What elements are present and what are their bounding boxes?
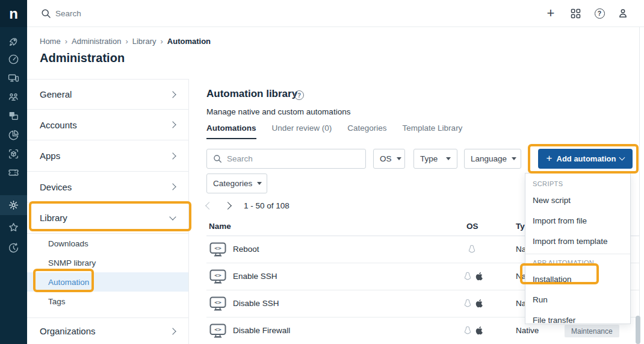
automation-name[interactable]: Disable Firewall bbox=[233, 326, 290, 335]
pagination-range: 1 - 50 of 108 bbox=[244, 201, 289, 210]
users-icon[interactable] bbox=[8, 91, 19, 102]
rocket-icon[interactable] bbox=[8, 36, 19, 47]
sidebar-item-apps[interactable]: Apps bbox=[27, 140, 188, 172]
tab-automations[interactable]: Automations bbox=[206, 124, 256, 139]
tab-under-review[interactable]: Under review (0) bbox=[272, 124, 332, 139]
plus-icon: + bbox=[546, 152, 553, 164]
categories-filter-dropdown[interactable]: Categories bbox=[206, 174, 267, 193]
star-icon[interactable] bbox=[8, 222, 19, 233]
menu-content-divider bbox=[188, 79, 189, 344]
menu-item-import-from-file[interactable]: Import from file bbox=[525, 210, 630, 231]
breadcrumb-automation: Automation bbox=[167, 37, 211, 46]
left-rail: n bbox=[0, 0, 27, 344]
previous-page-icon[interactable] bbox=[205, 202, 213, 210]
cube-icon[interactable] bbox=[8, 148, 19, 160]
categories-filter-label: Categories bbox=[213, 179, 252, 188]
gear-icon[interactable] bbox=[8, 199, 19, 211]
top-bar: + ? bbox=[27, 0, 644, 27]
menu-divider bbox=[525, 254, 630, 254]
svg-text:<>: <> bbox=[214, 245, 221, 251]
search-icon bbox=[213, 154, 222, 163]
sidebar-item-library[interactable]: Library bbox=[27, 202, 188, 234]
search-icon bbox=[41, 8, 51, 21]
automation-search-input[interactable] bbox=[227, 154, 359, 163]
sidebar-item-automation[interactable]: Automation bbox=[27, 272, 188, 292]
devices-icon[interactable] bbox=[8, 72, 19, 84]
caret-down-icon bbox=[257, 182, 262, 185]
script-icon: <> bbox=[209, 269, 226, 287]
automation-name[interactable]: Disable SSH bbox=[233, 299, 279, 308]
tab-categories[interactable]: Categories bbox=[347, 124, 386, 139]
help-icon[interactable]: ? bbox=[593, 7, 606, 20]
title-help-icon[interactable]: ? bbox=[294, 90, 304, 100]
type-filter-dropdown[interactable]: Type bbox=[413, 149, 457, 169]
sidebar-item-general[interactable]: General bbox=[27, 79, 188, 110]
content-subtitle: Manage native and custom automations bbox=[206, 107, 350, 116]
sidebar-item-snmp-library[interactable]: SNMP library bbox=[27, 253, 188, 272]
next-page-icon[interactable] bbox=[224, 202, 232, 210]
scrollbar-thumb[interactable] bbox=[636, 316, 640, 344]
apple-icon bbox=[475, 326, 483, 335]
sidebar-item-label: Library bbox=[40, 213, 67, 223]
content-title: Automation library bbox=[206, 88, 297, 100]
svg-text:<>: <> bbox=[214, 326, 221, 333]
gauge-icon[interactable] bbox=[8, 54, 19, 65]
sidebar-item-organizations[interactable]: Organizations bbox=[27, 317, 188, 344]
caret-down-icon bbox=[512, 157, 516, 160]
automation-name[interactable]: Reboot bbox=[233, 245, 259, 254]
apple-icon bbox=[475, 272, 483, 281]
ticket-icon[interactable] bbox=[8, 167, 19, 178]
svg-text:<>: <> bbox=[214, 299, 221, 305]
history-icon[interactable] bbox=[8, 242, 19, 254]
tab-template-library[interactable]: Template Library bbox=[403, 124, 463, 139]
menu-item-installation[interactable]: Installation bbox=[525, 269, 630, 289]
chevron-right-icon bbox=[169, 91, 176, 98]
windows-icon[interactable] bbox=[8, 110, 19, 122]
breadcrumb-separator: › bbox=[125, 37, 128, 46]
os-icons bbox=[464, 272, 483, 281]
column-header-os[interactable]: OS bbox=[466, 222, 478, 231]
sidebar-subitem-label: Downloads bbox=[48, 239, 88, 248]
linux-icon bbox=[464, 326, 471, 335]
linux-icon bbox=[464, 272, 471, 281]
sidebar-subitem-label: SNMP library bbox=[48, 258, 96, 267]
breadcrumb-separator: › bbox=[161, 37, 163, 46]
type-filter-label: Type bbox=[420, 154, 438, 163]
apps-grid-icon[interactable] bbox=[569, 7, 582, 20]
global-search-input[interactable] bbox=[55, 6, 308, 21]
breadcrumb-library[interactable]: Library bbox=[132, 37, 156, 46]
menu-item-run[interactable]: Run bbox=[525, 289, 630, 310]
caret-down-icon bbox=[397, 157, 401, 160]
breadcrumb-administration[interactable]: Administration bbox=[72, 37, 121, 46]
chevron-right-icon bbox=[169, 121, 176, 128]
breadcrumb-separator: › bbox=[65, 37, 67, 46]
chevron-right-icon bbox=[169, 183, 176, 190]
sidebar-item-devices[interactable]: Devices bbox=[27, 172, 188, 202]
menu-item-new-script[interactable]: New script bbox=[525, 190, 630, 210]
os-filter-dropdown[interactable]: OS bbox=[373, 149, 405, 169]
menu-item-import-from-template[interactable]: Import from template bbox=[525, 231, 630, 251]
column-header-name[interactable]: Name bbox=[209, 222, 231, 231]
language-filter-dropdown[interactable]: Language bbox=[464, 149, 521, 169]
sidebar-subitem-label: Automation bbox=[48, 278, 89, 287]
pie-chart-icon[interactable] bbox=[8, 130, 19, 141]
os-icons bbox=[464, 326, 483, 335]
tab-bar: Automations Under review (0) Categories … bbox=[206, 124, 462, 139]
sidebar-item-accounts[interactable]: Accounts bbox=[27, 110, 188, 140]
breadcrumb: Home›Administration›Library›Automation bbox=[40, 37, 211, 46]
sidebar-item-tags[interactable]: Tags bbox=[27, 292, 188, 311]
pagination: 1 - 50 of 108 bbox=[206, 199, 289, 211]
sidebar-item-downloads[interactable]: Downloads bbox=[27, 234, 188, 253]
breadcrumb-home[interactable]: Home bbox=[40, 37, 61, 46]
add-automation-button[interactable]: + Add automation bbox=[538, 149, 633, 169]
add-global-icon[interactable]: + bbox=[544, 7, 557, 20]
automation-search-box[interactable] bbox=[206, 149, 366, 169]
automation-name[interactable]: Enable SSH bbox=[233, 272, 277, 281]
sidebar-item-label: Apps bbox=[40, 151, 60, 161]
menu-section-app-automation: APP AUTOMATION bbox=[525, 255, 630, 269]
menu-section-scripts: SCRIPTS bbox=[525, 177, 630, 190]
user-profile-icon[interactable] bbox=[616, 7, 630, 20]
menu-item-file-transfer[interactable]: File transfer bbox=[525, 310, 630, 330]
script-icon: <> bbox=[209, 296, 226, 314]
ninjaone-logo[interactable]: n bbox=[0, 0, 27, 27]
